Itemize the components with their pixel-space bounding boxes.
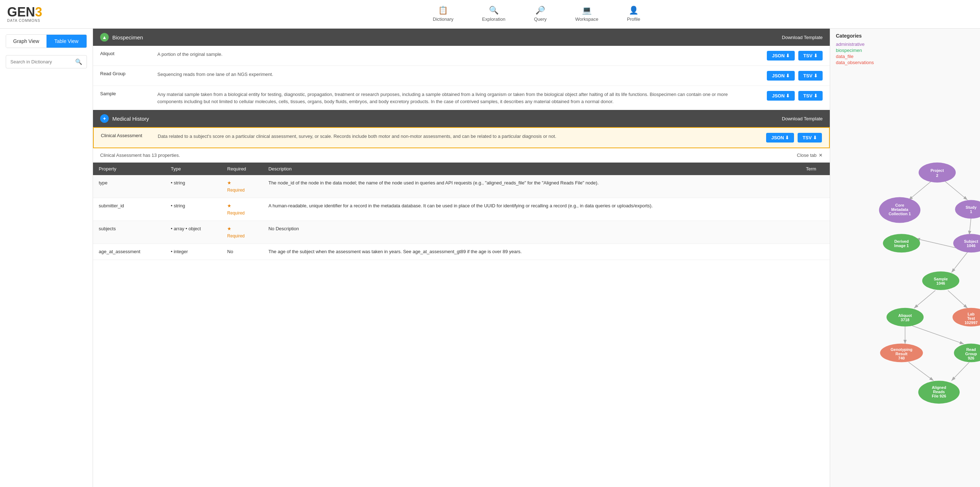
node-label-aligned3: File 926 [932, 394, 946, 398]
main-layout: Graph View Table View 🔍 ▲ Biospecimen Do… [0, 29, 980, 487]
node-label-project-count: 2 [936, 173, 938, 177]
category-data-observations[interactable]: data_observations [836, 60, 974, 65]
nav-item-workspace[interactable]: 💻 Workspace [561, 2, 612, 27]
node-label-derived2: Image 1 [894, 244, 909, 248]
nav-item-dictionary[interactable]: 📋 Dictionary [418, 2, 468, 27]
node-label-sample1: Sample [934, 277, 948, 281]
node-label-aliquot1: Aliquot [899, 313, 912, 318]
node-label-study-count: 1 [970, 209, 972, 214]
biospecimen-section-header: ▲ Biospecimen Download Template [93, 29, 830, 46]
row-actions-clinical: JSON ⬇ TSV ⬇ [757, 128, 829, 148]
sample-tsv-button[interactable]: TSV ⬇ [798, 91, 822, 101]
category-biospecimen[interactable]: biospecimen [836, 48, 974, 53]
node-project[interactable] [918, 163, 956, 183]
close-tab-button[interactable]: Close tab ✕ [797, 153, 822, 158]
edge-readgroup-aligned [951, 362, 969, 381]
node-label-aligned1: Aligned [932, 385, 946, 390]
readgroup-json-button[interactable]: JSON ⬇ [767, 71, 795, 81]
logo-three: 3 [35, 5, 42, 19]
table-row: Sample Any material sample taken from a … [93, 86, 830, 110]
nav-label-profile: Profile [627, 16, 640, 22]
prop-term [800, 175, 830, 198]
graph-view-button[interactable]: Graph View [6, 35, 46, 48]
graph-svg-container: Project 2 Core Metadata Collection 1 Stu… [830, 70, 980, 487]
props-table-header-row: Property Type Required Description Term [93, 163, 830, 175]
logo-sub: DATA COMMONS [7, 19, 86, 22]
col-header-type: Type [165, 163, 221, 175]
node-label-study: Study [966, 205, 977, 209]
prop-term [800, 244, 830, 260]
row-name-readgroup: Read Group [93, 66, 150, 86]
prop-type: • array • object [165, 221, 221, 244]
edge-subject-sample [951, 252, 967, 273]
medhistory-section-header: + Medical History Download Template [93, 110, 830, 127]
node-label-labtest3: 102997 [965, 321, 978, 325]
table-row: Aliquot A portion of the original sample… [93, 46, 830, 66]
nav-item-exploration[interactable]: 🔍 Exploration [468, 2, 520, 27]
logo-text: GEN3 [7, 6, 86, 19]
node-label-derived1: Derived [894, 239, 908, 244]
row-name-sample: Sample [93, 86, 150, 110]
row-desc-readgroup: Sequencing reads from one lane of an NGS… [150, 66, 757, 86]
edge-study-subject [969, 217, 971, 235]
prop-name: type [93, 175, 165, 198]
biospecimen-title: Biospecimen [112, 34, 143, 40]
node-label-aliquot2: 3718 [900, 318, 909, 322]
biospecimen-download-template-button[interactable]: Download Template [782, 35, 822, 40]
top-nav: GEN3 DATA COMMONS 📋 Dictionary 🔍 Explora… [0, 0, 980, 29]
properties-table: Property Type Required Description Term … [93, 163, 830, 260]
edge-project-core [908, 179, 934, 200]
col-header-description: Description [262, 163, 800, 175]
biospecimen-icon: ▲ [100, 33, 109, 42]
prop-type: • string [165, 175, 221, 198]
prop-required: No [221, 244, 262, 260]
properties-count-text: Clinical Assessment has 13 properties. [100, 153, 180, 158]
edge-sample-aliquot [914, 291, 935, 308]
edge-sample-labtest [948, 291, 967, 308]
logo-gen: GEN [7, 5, 35, 19]
nav-item-query[interactable]: 🔎 Query [520, 2, 561, 27]
node-label-geno3: 740 [898, 356, 905, 360]
aliquot-tsv-button[interactable]: TSV ⬇ [798, 51, 822, 61]
dictionary-icon: 📋 [438, 6, 448, 15]
row-desc-sample: Any material sample taken from a biologi… [150, 86, 757, 110]
close-tab-label: Close tab [797, 153, 816, 158]
row-desc-clinical: Data related to a subject's score on a p… [151, 128, 757, 148]
exploration-icon: 🔍 [489, 6, 499, 15]
nav-item-profile[interactable]: 👤 Profile [612, 2, 654, 27]
node-label-project: Project [931, 168, 944, 172]
table-view-button[interactable]: Table View [46, 35, 87, 48]
props-table-row: subjects • array • object ★Required No D… [93, 221, 830, 244]
view-toggle: Graph View Table View [6, 34, 87, 48]
medhistory-title: Medical History [112, 116, 149, 122]
node-label-core2: Metadata [891, 208, 908, 212]
readgroup-tsv-button[interactable]: TSV ⬇ [798, 71, 822, 81]
categories-panel: Categories administrative biospecimen da… [830, 29, 980, 70]
biospecimen-header-left: ▲ Biospecimen [100, 33, 143, 42]
category-data-file[interactable]: data_file [836, 54, 974, 59]
medhistory-icon: + [100, 114, 109, 123]
col-header-term: Term [800, 163, 830, 175]
biospecimen-table: Aliquot A portion of the original sample… [93, 46, 830, 110]
nav-label-query: Query [534, 16, 547, 22]
search-input[interactable] [10, 59, 72, 64]
prop-term [800, 221, 830, 244]
node-label-geno2: Result [896, 352, 908, 356]
category-administrative[interactable]: administrative [836, 42, 974, 47]
nav-label-dictionary: Dictionary [433, 16, 453, 22]
aliquot-json-button[interactable]: JSON ⬇ [767, 51, 795, 61]
props-table-row: submitter_id • string ★Required A human-… [93, 198, 830, 221]
sample-json-button[interactable]: JSON ⬇ [767, 91, 795, 101]
prop-type: • string [165, 198, 221, 221]
node-label-labtest1: Lab [967, 312, 975, 316]
props-table-row: age_at_assessment • integer No The age o… [93, 244, 830, 260]
medhistory-download-template-button[interactable]: Download Template [782, 116, 822, 121]
clinical-tsv-button[interactable]: TSV ⬇ [798, 133, 822, 142]
node-label-core1: Core [895, 203, 904, 208]
profile-icon: 👤 [629, 6, 638, 15]
prop-name: subjects [93, 221, 165, 244]
clinical-json-button[interactable]: JSON ⬇ [766, 133, 794, 142]
close-icon: ✕ [819, 153, 822, 158]
table-row-clinical-assessment[interactable]: Clinical Assessment Data related to a su… [93, 128, 829, 148]
medhistory-header-left: + Medical History [100, 114, 149, 123]
